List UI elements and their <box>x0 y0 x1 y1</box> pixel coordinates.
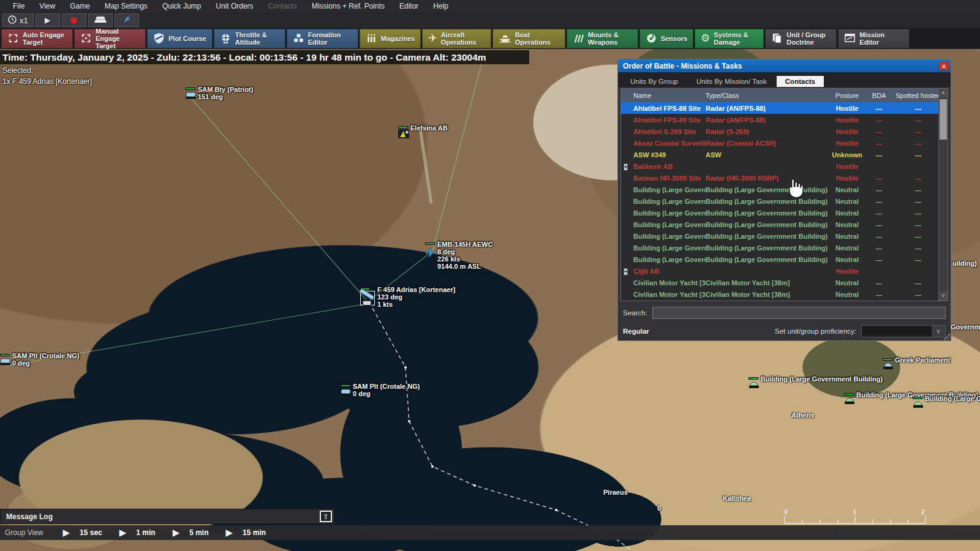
contact-row[interactable]: Ahlatibel FPS-88 SiteRadar (AN/FPS-88)Ho… <box>621 102 938 114</box>
contact-row[interactable]: Building (Large Govern...Building (Large… <box>621 253 938 265</box>
contact-row[interactable]: Civilian Motor Yacht [38m]Civilian Motor… <box>621 288 938 300</box>
dialog-resize-grip[interactable] <box>944 334 950 340</box>
formation-editor-button[interactable]: Formation Editor <box>287 29 358 48</box>
health-bar <box>913 397 922 399</box>
expand-icon[interactable]: + <box>624 268 628 275</box>
auto-engage-target-button[interactable]: Auto Engage Target <box>1 29 73 48</box>
menu-map-settings[interactable]: Map Settings <box>98 1 154 12</box>
map-unit[interactable]: SAM Bty (Patriot)151 deg <box>186 88 197 102</box>
sam-vehicle-icon <box>186 91 197 99</box>
contact-row[interactable]: Ahlatibel S-269 SiteRadar (S-269)Hostile… <box>621 126 938 137</box>
map-unit[interactable]: Greek Parliament <box>883 358 894 372</box>
systems-damage-button[interactable]: ⚙ Systems & Damage <box>695 29 764 48</box>
contact-type: Building (Large Government Building) <box>706 186 828 193</box>
sensors-button[interactable]: Sensors <box>639 29 693 48</box>
dialog-title-bar[interactable]: Order of Battle - Missions & Tasks x <box>618 59 951 72</box>
magazines-button[interactable]: Magazines <box>360 29 421 48</box>
contact-name: Building (Large Govern... <box>633 198 706 205</box>
unit-label: Building (Large Government Building) <box>761 375 883 383</box>
col-spotted-hosted[interactable]: Spotted hosted <box>892 92 944 99</box>
unit-group-doctrine-button[interactable]: Unit / Group Doctrine <box>765 29 837 48</box>
contact-type: Civilian Motor Yacht [38m] <box>706 279 828 287</box>
col-posture[interactable]: Posture <box>828 92 866 99</box>
menu-quick-jump[interactable]: Quick Jump <box>156 1 208 12</box>
expand-icon[interactable]: + <box>624 163 628 170</box>
col-type-class[interactable]: Type/Class <box>706 92 828 99</box>
message-log-bar[interactable]: Message Log ⇧ <box>0 509 334 524</box>
message-log-expand-button[interactable]: ⇧ <box>320 511 332 522</box>
contact-row[interactable]: Building (Large Govern...Building (Large… <box>621 242 938 253</box>
contact-spotted: --- <box>892 291 938 298</box>
map-unit[interactable]: Building (Large Government Building) <box>913 397 924 411</box>
menu-game[interactable]: Game <box>63 1 97 12</box>
contact-row[interactable]: ASW #349ASWUnknown------ <box>621 149 938 160</box>
contact-row[interactable]: Building (Large Govern...Building (Large… <box>621 230 938 242</box>
range-tool-button[interactable] <box>88 13 113 27</box>
col-bda[interactable]: BDA <box>866 92 892 99</box>
boat-operations-button[interactable]: Boat Operations <box>492 29 565 48</box>
tab-units-by-group[interactable]: Units By Group <box>622 76 687 87</box>
menu-file[interactable]: File <box>6 1 31 12</box>
mission-editor-button[interactable]: Mission Editor <box>838 29 910 48</box>
throttle-altitude-button[interactable]: Throttle & Altitude <box>214 29 285 48</box>
aircraft-operations-icon: ✈ <box>428 35 437 42</box>
contact-row[interactable]: +Çiğli ABHostile <box>621 265 938 277</box>
contact-spotted: --- <box>892 244 938 252</box>
time-compression-button[interactable]: x1 <box>2 13 34 27</box>
contact-name: Ahlatibel FPS-89 Site <box>633 116 706 124</box>
contact-row[interactable]: +Balikesir ABHostile <box>621 160 938 172</box>
contact-row[interactable]: Building (Large Govern...Building (Large… <box>621 219 938 230</box>
menu-editor[interactable]: Editor <box>393 1 425 12</box>
record-button[interactable] <box>62 13 86 27</box>
map-unit[interactable]: Elefsina AB <box>398 126 409 141</box>
map-unit[interactable]: Building (Large Government Building) <box>844 393 855 407</box>
map-unit[interactable]: ✈EMB-145H AEWC8 deg226 kts9144.0 m ASL <box>425 242 435 260</box>
search-input[interactable] <box>652 307 946 319</box>
scroll-up-icon[interactable]: ˄ <box>939 89 948 98</box>
play-button[interactable]: ▶ <box>36 13 60 27</box>
menu-view[interactable]: View <box>32 1 62 12</box>
contact-row[interactable]: Ahlatibel FPS-89 SiteRadar (AN/FPS-88)Ho… <box>621 114 938 126</box>
contact-type: Civilian Motor Yacht [38m] <box>706 291 828 298</box>
map-unit[interactable]: F 459 Adrias [Kortenaer]123 deg1 kts <box>360 288 375 305</box>
contact-posture: Hostile <box>828 163 866 170</box>
contact-name: Aksaz Coastal Surveillan... <box>633 140 706 147</box>
map-unit[interactable]: Building (Large Government Building) <box>748 377 760 391</box>
contacts-scrollbar[interactable]: ˄ ˅ <box>938 89 948 301</box>
contact-posture: Hostile <box>828 174 866 182</box>
time-step-bar: Group View ▶15 sec ▶1 min ▶5 min ▶15 min <box>0 525 980 540</box>
menu-help[interactable]: Help <box>426 1 455 12</box>
aircraft-operations-button[interactable]: ✈ Aircraft Operations <box>422 29 491 48</box>
manual-engage-target-button[interactable]: Manual Engage Target <box>74 29 146 48</box>
contact-spotted: --- <box>892 128 938 135</box>
col-name[interactable]: Name <box>633 92 706 99</box>
time-step-15sec[interactable]: ▶15 sec <box>62 527 102 538</box>
contact-spotted: --- <box>892 174 938 182</box>
time-step-15min[interactable]: ▶15 min <box>226 527 266 538</box>
contact-row[interactable]: Civilian Motor Yacht [38m]Civilian Motor… <box>621 277 938 288</box>
scroll-down-icon[interactable]: ˅ <box>939 291 948 301</box>
contact-row[interactable]: Building (Large Govern...Building (Large… <box>621 195 938 207</box>
menu-unit-orders[interactable]: Unit Orders <box>209 1 260 12</box>
contact-row[interactable]: Aksaz Coastal Surveillan...Radar (Coasta… <box>621 137 938 149</box>
menu-missions-ref-points[interactable]: Missions + Ref. Points <box>305 1 391 12</box>
time-step-1min[interactable]: ▶1 min <box>119 527 156 538</box>
contact-row[interactable]: Batman HR-3000 SiteRadar (HR-3000 RSRP)H… <box>621 172 938 184</box>
place-label: Kallithea <box>723 495 751 502</box>
mounts-weapons-button[interactable]: Mounts & Weapons <box>567 29 638 48</box>
map-unit[interactable]: SAM Plt (Crotale NG)0 deg <box>0 354 11 368</box>
scrollbar-thumb[interactable] <box>940 99 947 140</box>
building-icon <box>748 381 760 389</box>
plot-course-button[interactable]: Plot Course <box>147 29 213 48</box>
tab-contacts[interactable]: Contacts <box>777 76 824 87</box>
contact-row[interactable]: Building (Large Govern...Building (Large… <box>621 207 938 219</box>
map-unit[interactable]: SAM Plt (Crotale NG)0 deg <box>341 384 352 399</box>
contact-type: ASW <box>706 151 828 159</box>
dialog-close-button[interactable]: x <box>939 62 949 70</box>
bookmark-button[interactable] <box>115 13 139 27</box>
proficiency-dropdown[interactable]: ˅ <box>861 325 946 337</box>
time-step-5min[interactable]: ▶5 min <box>173 527 209 538</box>
contact-type: Radar (AN/FPS-88) <box>706 116 828 124</box>
tab-units-by-mission-task[interactable]: Units By Mission/ Task <box>688 76 775 87</box>
contact-row[interactable]: Building (Large Govern...Building (Large… <box>621 184 938 195</box>
